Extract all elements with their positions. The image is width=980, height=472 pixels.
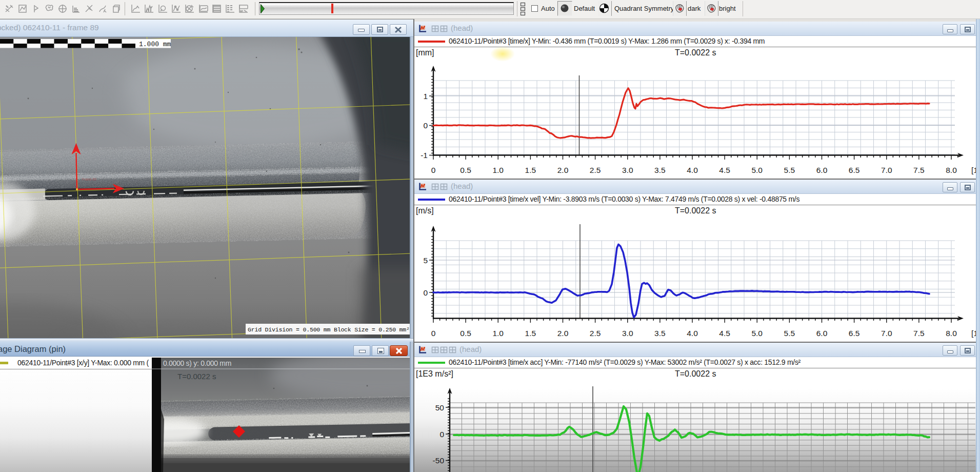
svg-text:0.5: 0.5 — [460, 166, 471, 174]
svg-text:T=0.0022 s: T=0.0022 s — [177, 372, 216, 381]
svg-text:-1: -1 — [421, 151, 428, 160]
svg-text:0: 0 — [439, 430, 444, 439]
svg-text:4.5: 4.5 — [719, 329, 730, 338]
svg-text:0.5: 0.5 — [460, 329, 471, 338]
svg-text:7.5: 7.5 — [913, 166, 925, 174]
svg-text:4.5: 4.5 — [719, 166, 730, 174]
svg-text:6.0: 6.0 — [816, 166, 828, 174]
svg-text:6.0: 6.0 — [816, 329, 828, 338]
svg-text:5: 5 — [423, 256, 428, 265]
svg-text:0.0000 s) y: 0.000 mm: 0.0000 s) y: 0.000 mm — [163, 359, 231, 367]
svg-text:[1E: [1E — [971, 166, 976, 174]
svg-text:3.0: 3.0 — [622, 166, 633, 174]
svg-text:1.5: 1.5 — [525, 329, 536, 338]
svg-text:0: 0 — [431, 166, 436, 174]
svg-text:1.5: 1.5 — [525, 166, 536, 174]
svg-text:5.0: 5.0 — [751, 166, 763, 174]
svg-text:2.5: 2.5 — [590, 166, 601, 174]
svg-text:8.0: 8.0 — [946, 329, 957, 338]
svg-text:1.0: 1.0 — [492, 329, 504, 338]
svg-text:8.0: 8.0 — [946, 166, 957, 174]
svg-text:7.0: 7.0 — [881, 166, 892, 174]
svg-text:1.0: 1.0 — [492, 166, 504, 174]
svg-text:4.0: 4.0 — [687, 166, 698, 174]
svg-text:5.5: 5.5 — [784, 329, 795, 338]
svg-text:2.0: 2.0 — [557, 329, 569, 338]
svg-text:3.5: 3.5 — [654, 329, 666, 338]
svg-text:5.5: 5.5 — [784, 166, 795, 174]
svg-text:1.000 mm: 1.000 mm — [139, 41, 171, 48]
svg-text:1: 1 — [423, 92, 428, 101]
svg-text:5.0: 5.0 — [751, 329, 763, 338]
svg-text:2.0: 2.0 — [557, 166, 569, 174]
svg-text:7.0: 7.0 — [881, 329, 892, 338]
svg-text:3.5: 3.5 — [654, 166, 666, 174]
svg-text:0: 0 — [423, 288, 428, 297]
svg-text:3.0: 3.0 — [622, 329, 633, 338]
svg-text:-50: -50 — [433, 456, 445, 465]
svg-text:50: 50 — [435, 403, 445, 412]
svg-text:6.5: 6.5 — [849, 329, 860, 338]
svg-text:0: 0 — [423, 121, 428, 130]
svg-text:0: 0 — [431, 329, 436, 338]
svg-text:[1E: [1E — [971, 329, 976, 338]
svg-text:Grid Division = 0.500 mm Bloc: Grid Division = 0.500 mm Block Size = 0.… — [248, 326, 410, 333]
svg-text:2.5: 2.5 — [590, 329, 601, 338]
svg-text:4.0: 4.0 — [687, 329, 698, 338]
svg-text:6.5: 6.5 — [849, 166, 860, 174]
svg-text:Frame 89: Frame 89 — [82, 178, 96, 181]
svg-text:7.5: 7.5 — [913, 329, 925, 338]
